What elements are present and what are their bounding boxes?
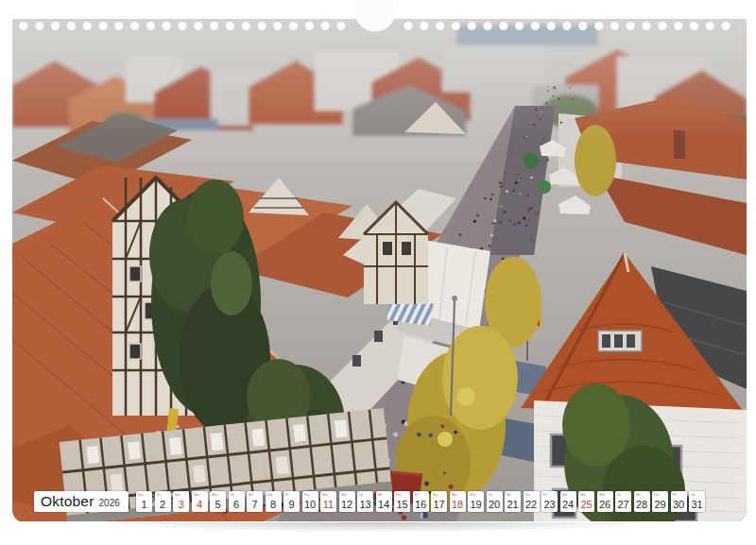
calendar-day-cell: Mi7 [247, 491, 263, 512]
day-strip: Do1Fr2Sa3So4Mo5Di6Mi7Do8Fr9Sa10So11Mo12D… [136, 491, 705, 512]
day-weekday-label: Sa [562, 492, 567, 496]
day-number: 4 [192, 499, 208, 510]
calendar-day-cell: Fr30 [671, 491, 687, 512]
calendar-page: { "calendar": { "month": "Oktober", "yea… [0, 0, 756, 545]
day-number: 19 [468, 499, 484, 510]
calendar-day-cell: So18 [450, 491, 466, 512]
day-number: 21 [505, 499, 521, 510]
day-weekday-label: Di [489, 492, 492, 496]
calendar-day-cell: Do22 [524, 491, 540, 512]
day-weekday-label: Mo [599, 492, 605, 496]
day-weekday-label: Fr [673, 492, 677, 496]
calendar-day-cell: Fr9 [284, 491, 300, 512]
year-label: 2026 [99, 498, 120, 508]
day-weekday-label: Mi [249, 492, 253, 496]
day-number: 24 [560, 499, 576, 510]
day-weekday-label: Fr [415, 492, 419, 496]
day-number: 22 [524, 499, 540, 510]
day-number: 27 [615, 499, 631, 510]
calendar-day-cell: Do15 [394, 491, 410, 512]
calendar-day-cell: Sa17 [431, 491, 447, 512]
calendar-day-cell: Fr16 [413, 491, 429, 512]
day-weekday-label: Mo [470, 492, 475, 496]
day-number: 13 [357, 499, 373, 510]
day-number: 2 [155, 499, 171, 510]
calendar-day-cell: Do1 [136, 491, 152, 512]
day-number: 20 [487, 499, 503, 510]
town-festival-scene [12, 19, 747, 521]
day-number: 1 [136, 499, 152, 510]
day-number: 9 [284, 499, 300, 510]
calendar-day-cell: Fr23 [541, 491, 558, 512]
day-number: 18 [450, 499, 466, 510]
day-number: 10 [302, 499, 318, 510]
day-number: 28 [634, 499, 650, 510]
calendar-day-cell: Mi21 [505, 491, 521, 512]
day-weekday-label: Mo [212, 492, 217, 496]
calendar-day-cell: Di13 [357, 491, 373, 512]
day-weekday-label: Do [654, 492, 660, 496]
day-number: 31 [689, 499, 705, 510]
calendar-day-cell: Di6 [229, 491, 245, 512]
calendar-day-cell: Mo12 [339, 491, 355, 512]
day-weekday-label: Mi [636, 492, 641, 496]
calendar-day-cell: So11 [320, 491, 336, 512]
day-number: 6 [229, 499, 245, 510]
day-weekday-label: Mo [341, 492, 347, 496]
day-number: 14 [376, 499, 392, 510]
day-weekday-label: Sa [433, 492, 438, 496]
day-weekday-label: Fr [157, 492, 161, 496]
day-weekday-label: Sa [304, 492, 309, 496]
day-number: 26 [597, 499, 613, 510]
day-weekday-label: So [452, 492, 456, 496]
calendar-day-cell: Sa3 [173, 491, 189, 512]
day-number: 16 [413, 499, 429, 510]
day-number: 15 [394, 499, 410, 510]
calendar-day-cell: Sa24 [560, 491, 576, 512]
day-number: 11 [320, 499, 336, 510]
day-number: 17 [431, 499, 447, 510]
calendar-day-cell: Di27 [615, 491, 631, 512]
day-weekday-label: Do [525, 492, 531, 496]
day-number: 30 [671, 499, 687, 510]
calendar-photo [12, 19, 747, 521]
day-weekday-label: Sa [175, 492, 180, 496]
day-weekday-label: So [580, 492, 585, 496]
day-number: 8 [266, 499, 282, 510]
day-number: 7 [247, 499, 263, 510]
day-number: 25 [578, 499, 594, 510]
haze-overlay [12, 19, 747, 142]
calendar-day-cell: Di20 [487, 491, 503, 512]
day-number: 12 [339, 499, 355, 510]
month-label: Oktober 2026 [34, 491, 129, 512]
calendar-day-cell: Mo5 [210, 491, 226, 512]
day-weekday-label: Di [617, 492, 621, 496]
calendar-day-cell: Mi14 [376, 491, 392, 512]
calendar-day-cell: Mi28 [634, 491, 650, 512]
calendar-day-cell: Fr2 [155, 491, 171, 512]
day-weekday-label: Do [267, 492, 273, 496]
day-weekday-label: Fr [285, 492, 289, 496]
calendar-day-cell: Mo26 [597, 491, 613, 512]
day-number: 23 [541, 499, 558, 510]
day-number: 5 [210, 499, 226, 510]
calendar-day-cell: Do29 [652, 491, 668, 512]
month-name: Oktober [41, 491, 94, 512]
calendar-day-cell: Sa10 [302, 491, 318, 512]
calendar-day-cell: So4 [192, 491, 208, 512]
page-curl-shadow [6, 522, 750, 536]
day-weekday-label: Mi [378, 492, 383, 496]
calendar-day-cell: Mo19 [468, 491, 484, 512]
day-weekday-label: Di [359, 492, 363, 496]
day-weekday-label: Mi [507, 492, 511, 496]
calendar-day-cell: So25 [578, 491, 594, 512]
day-number: 29 [652, 499, 668, 510]
day-weekday-label: Do [138, 492, 144, 496]
day-weekday-label: Do [396, 492, 402, 496]
day-number: 3 [173, 499, 189, 510]
day-weekday-label: Di [231, 492, 234, 496]
calendar-day-cell: Do8 [266, 491, 282, 512]
day-weekday-label: So [322, 492, 327, 496]
day-weekday-label: Sa [691, 492, 696, 496]
day-weekday-label: Fr [543, 492, 547, 496]
